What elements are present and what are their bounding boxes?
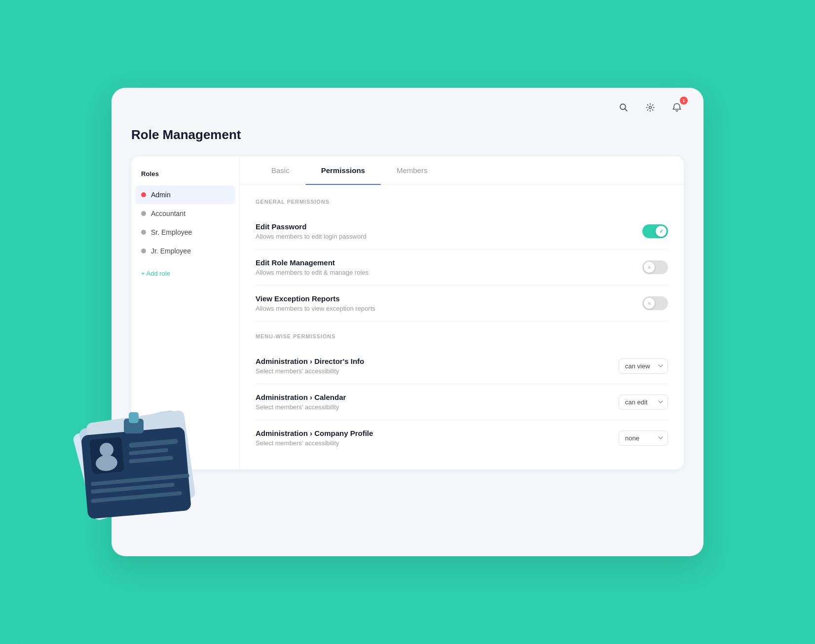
toggle-knob-view-exceptions: ✕ — [644, 298, 655, 309]
role-label-sr-employee: Sr. Employee — [151, 228, 192, 236]
roles-sidebar-title: Roles — [131, 170, 239, 185]
permission-select-directors-info[interactable]: none can view can edit — [619, 358, 668, 374]
permission-info-directors-info: Administration › Director's Info Select … — [256, 357, 619, 375]
notification-bell[interactable]: 1 — [668, 99, 686, 116]
permission-row-company-profile: Administration › Company Profile Select … — [256, 420, 668, 456]
svg-rect-17 — [129, 412, 139, 423]
svg-line-1 — [625, 109, 628, 111]
permission-row-directors-info: Administration › Director's Info Select … — [256, 348, 668, 384]
role-label-jr-employee: Jr. Employee — [151, 247, 191, 255]
permission-select-calendar[interactable]: none can view can edit — [619, 394, 668, 410]
tab-basic[interactable]: Basic — [256, 156, 305, 184]
role-dot-sr-employee — [141, 230, 146, 235]
permission-desc-edit-password: Allows members to edit login password — [256, 233, 642, 240]
permission-select-company-profile[interactable]: none can view can edit — [619, 430, 668, 446]
tabs-row: Basic Permissions Members — [240, 156, 684, 185]
toggle-edit-role[interactable]: ✕ — [642, 260, 668, 274]
permission-desc-edit-role: Allows members to edit & manage roles — [256, 269, 642, 276]
menu-section-label: MENU-WISE PERMISSIONS — [256, 333, 668, 339]
toggle-view-exceptions[interactable]: ✕ — [642, 296, 668, 310]
permission-row-edit-password: Edit Password Allows members to edit log… — [256, 214, 668, 250]
role-dot-admin — [141, 192, 146, 197]
permission-desc-calendar: Select members' accessibility — [256, 403, 619, 411]
permission-name-directors-info: Administration › Director's Info — [256, 357, 619, 365]
toggle-knob-edit-role: ✕ — [644, 262, 655, 273]
permission-info-view-exceptions: View Exception Reports Allows members to… — [256, 294, 642, 312]
permission-name-edit-role: Edit Role Management — [256, 258, 642, 267]
role-label-accountant: Accountant — [151, 210, 185, 217]
permission-name-view-exceptions: View Exception Reports — [256, 294, 642, 303]
permission-name-calendar: Administration › Calendar — [256, 393, 619, 401]
notification-badge: 1 — [680, 97, 688, 105]
permission-info-edit-role: Edit Role Management Allows members to e… — [256, 258, 642, 276]
permission-desc-directors-info: Select members' accessibility — [256, 367, 619, 375]
add-role-button[interactable]: + Add role — [131, 264, 239, 283]
permissions-content: GENERAL PERMISSIONS Edit Password Allows… — [240, 185, 684, 469]
search-icon[interactable] — [615, 99, 632, 116]
permission-desc-view-exceptions: Allows members to view exception reports — [256, 305, 642, 312]
page-title: Role Management — [131, 127, 684, 143]
toggle-edit-password[interactable]: ✓ — [642, 224, 668, 238]
tab-members[interactable]: Members — [381, 156, 444, 184]
main-panel: Basic Permissions Members GENERAL PERMIS… — [240, 156, 684, 469]
top-bar: 1 — [111, 88, 704, 127]
permission-desc-company-profile: Select members' accessibility — [256, 439, 619, 447]
role-label-admin: Admin — [151, 191, 171, 199]
permission-info-calendar: Administration › Calendar Select members… — [256, 393, 619, 411]
svg-point-2 — [649, 107, 652, 109]
general-section-label: GENERAL PERMISSIONS — [256, 199, 668, 205]
permission-row-calendar: Administration › Calendar Select members… — [256, 384, 668, 420]
permission-row-view-exceptions: View Exception Reports Allows members to… — [256, 286, 668, 322]
tab-permissions[interactable]: Permissions — [305, 156, 381, 184]
add-role-label: + Add role — [141, 270, 170, 277]
role-dot-accountant — [141, 211, 146, 216]
permission-name-edit-password: Edit Password — [256, 222, 642, 231]
role-item-accountant[interactable]: Accountant — [131, 204, 239, 223]
settings-icon[interactable] — [641, 99, 659, 116]
permission-info-company-profile: Administration › Company Profile Select … — [256, 429, 619, 447]
toggle-knob-edit-password: ✓ — [656, 226, 667, 237]
role-item-sr-employee[interactable]: Sr. Employee — [131, 223, 239, 242]
id-card-decoration — [72, 392, 210, 541]
permission-info-edit-password: Edit Password Allows members to edit log… — [256, 222, 642, 240]
role-item-admin[interactable]: Admin — [135, 185, 235, 204]
role-item-jr-employee[interactable]: Jr. Employee — [131, 242, 239, 260]
permission-row-edit-role: Edit Role Management Allows members to e… — [256, 250, 668, 286]
role-management-layout: Roles Admin Accountant Sr. Employee Jr. … — [131, 156, 684, 469]
role-dot-jr-employee — [141, 249, 146, 253]
permission-name-company-profile: Administration › Company Profile — [256, 429, 619, 437]
